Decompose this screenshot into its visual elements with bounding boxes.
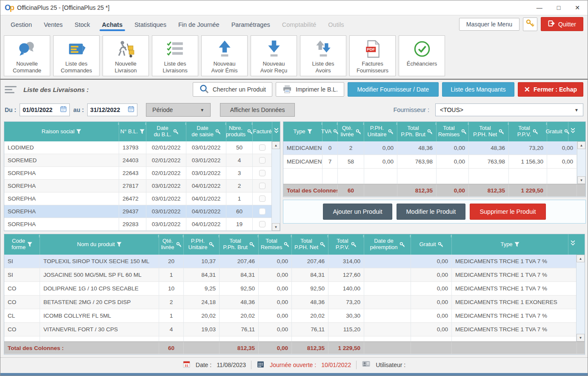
column-header[interactable]: ↕Date de saisie	[186, 122, 226, 141]
key-icon[interactable]	[320, 242, 325, 247]
minimize-button[interactable]: —	[537, 4, 542, 11]
toolbar-button-nouveau-avoir-emis[interactable]: Nouveau Avoir Émis	[201, 35, 248, 76]
product-row[interactable]: SIJOSACINE 500 MG/5ML SP FL 60 ML184,318…	[4, 268, 576, 282]
scroll-down-icon[interactable]: ▼	[577, 176, 585, 184]
invoiced-checkbox[interactable]	[259, 195, 265, 202]
column-header[interactable]: ↕N° B.L.	[119, 122, 146, 141]
toolbar-button-nouvelle-livraison[interactable]: Nouvelle Livraison	[103, 35, 149, 76]
menu-item-comptabilite[interactable]: Comptabilité	[276, 17, 323, 31]
sort-icon[interactable]: ↕	[218, 234, 220, 238]
masquer-menu-button[interactable]: Masquer le Menu	[459, 18, 519, 31]
close-escape-button[interactable]: ✕ Fermer : Echap	[518, 82, 583, 97]
sort-icon[interactable]: ↕	[435, 121, 437, 126]
key-icon[interactable]	[284, 242, 289, 247]
column-header[interactable]: ↕Facturé	[253, 122, 272, 141]
column-chooser-icon[interactable]	[272, 122, 280, 141]
key-icon[interactable]	[461, 129, 467, 135]
column-header[interactable]: ↕Total P.PH. Net	[292, 234, 328, 255]
date-to-input[interactable]: 31/12/2022	[87, 103, 137, 116]
sort-icon[interactable]: ↕	[336, 121, 338, 126]
menu-item-fin-de-journee[interactable]: Fin de Journée	[172, 17, 225, 31]
maximize-button[interactable]: □	[557, 4, 560, 11]
column-header[interactable]: ↕Qté. livrée	[338, 122, 364, 141]
edit-product-button[interactable]: Modifier le Produit	[397, 204, 466, 220]
sort-icon[interactable]: ↕	[185, 121, 187, 126]
column-header[interactable]: ↕Nbre. produits	[226, 122, 253, 141]
summary-row[interactable]: MEDICAMENT020,0048,360,0048,3673,200,00	[283, 141, 577, 155]
sort-icon[interactable]: ↕	[145, 121, 147, 126]
show-data-button[interactable]: Afficher les Données	[220, 103, 295, 117]
product-row[interactable]: COBETASTENE 2MG / 20 CPS DISP224,1848,36…	[4, 296, 576, 309]
summary-scrollbar[interactable]: ▲ ▼	[577, 141, 585, 184]
column-header[interactable]: ↕TVA	[323, 122, 338, 141]
column-header[interactable]: ↕Total P.Ph. Brut	[397, 122, 437, 141]
scroll-up-icon[interactable]: ▲	[577, 141, 585, 149]
toolbar-button-factures-fournisseurs[interactable]: PDFFactures Fournisseurs	[349, 35, 396, 76]
filter-icon[interactable]	[307, 129, 312, 134]
column-header[interactable]: ↕Nom du produit	[40, 234, 159, 255]
sort-icon[interactable]: ↕	[327, 234, 329, 238]
print-bl-button[interactable]: Imprimer le B.L.	[276, 82, 344, 97]
scroll-down-icon[interactable]: ▼	[272, 223, 280, 231]
delivery-row[interactable]: SOREMED2440302/01/202203/01/20224	[4, 154, 271, 167]
invoiced-checkbox[interactable]	[259, 157, 265, 164]
product-row[interactable]: COVITANEVRIL FORT / 30 CPS419,0376,110,0…	[4, 323, 576, 336]
sort-icon[interactable]: ↕	[363, 121, 365, 126]
invoiced-checkbox[interactable]	[259, 208, 265, 215]
toolbar-button-echeanciers[interactable]: Échéanciers	[399, 35, 445, 76]
sort-icon[interactable]: ↕	[467, 121, 469, 126]
menu-item-outils[interactable]: Outils	[322, 17, 350, 31]
key-icon[interactable]	[533, 129, 538, 135]
calendar-icon[interactable]	[60, 106, 67, 114]
calendar-icon[interactable]	[128, 106, 134, 114]
key-icon[interactable]	[351, 242, 357, 247]
product-row[interactable]: CLICOMB COLLYRE FL 5ML120,0220,020,0020,…	[4, 309, 576, 323]
scroll-up-icon[interactable]: ▲	[272, 141, 280, 149]
key-icon[interactable]	[173, 129, 179, 135]
period-dropdown[interactable]: Période ▼	[146, 103, 211, 117]
sort-icon[interactable]: ↕	[545, 121, 548, 126]
column-header[interactable]: ↕P.PH. Unitaire	[184, 234, 220, 255]
key-icon[interactable]	[209, 242, 214, 247]
filter-icon[interactable]	[117, 242, 122, 247]
key-icon[interactable]	[249, 242, 255, 247]
date-from-input[interactable]: 01/01/2022	[20, 103, 70, 116]
sort-icon[interactable]: ↕	[396, 121, 398, 126]
menu-item-ventes[interactable]: Ventes	[38, 17, 69, 31]
column-header[interactable]: ↕Qté. livrée	[159, 234, 184, 255]
products-scrollbar[interactable]: ▲ ▼	[576, 255, 585, 342]
add-product-button[interactable]: Ajouter un Produit	[323, 204, 392, 220]
column-header[interactable]: ↕Total P.Ph. Brut	[220, 234, 259, 255]
menu-item-gestion[interactable]: Gestion	[5, 17, 38, 31]
sort-icon[interactable]: ↕	[282, 121, 284, 126]
delivery-row[interactable]: SOREPHA2928303/01/202204/01/202219	[4, 218, 271, 231]
invoiced-checkbox[interactable]	[259, 144, 265, 151]
filter-icon[interactable]	[27, 242, 32, 247]
key-icon[interactable]	[438, 242, 443, 247]
quitter-button[interactable]: Quitter	[541, 17, 583, 31]
key-icon[interactable]	[247, 129, 253, 135]
column-header[interactable]: ↕Code forme	[4, 234, 40, 255]
product-row[interactable]: SITOPLEXIL SIROP TOUX SECHE 150 ML2010,3…	[4, 255, 576, 268]
column-header[interactable]: ↕P.PH. Unitaire	[364, 122, 397, 141]
column-header[interactable]: ↕Total P.P.V.	[328, 234, 364, 255]
close-button[interactable]: ✕	[575, 4, 580, 11]
delivery-row[interactable]: SOREPHA2781703/01/202204/01/20222	[4, 180, 271, 192]
key-icon[interactable]	[388, 129, 394, 135]
menu-item-statistiques[interactable]: Statistiques	[128, 17, 172, 31]
sort-icon[interactable]: ↕	[290, 234, 292, 238]
column-header[interactable]: ↕Raison social	[4, 122, 119, 141]
delivery-row[interactable]: SOREPHA2264302/01/202203/01/20223	[4, 167, 271, 180]
column-header[interactable]: ↕Gratuit	[411, 234, 452, 255]
column-header[interactable]: ↕Date de péremption	[364, 234, 411, 255]
key-icon[interactable]	[427, 129, 433, 135]
key-icon[interactable]	[400, 242, 405, 247]
column-header[interactable]: ↕Total Remises	[259, 234, 292, 255]
column-header[interactable]: ↕Total Remises	[437, 122, 469, 141]
column-header[interactable]: ↕Gratuit	[547, 122, 568, 141]
column-header[interactable]: ↕Type	[452, 234, 568, 255]
invoiced-checkbox[interactable]	[259, 170, 265, 176]
invoiced-checkbox[interactable]	[259, 221, 265, 227]
column-chooser-icon[interactable]	[568, 122, 577, 141]
delivery-row[interactable]: SOREPHA2943703/01/202204/01/202260	[4, 205, 271, 218]
